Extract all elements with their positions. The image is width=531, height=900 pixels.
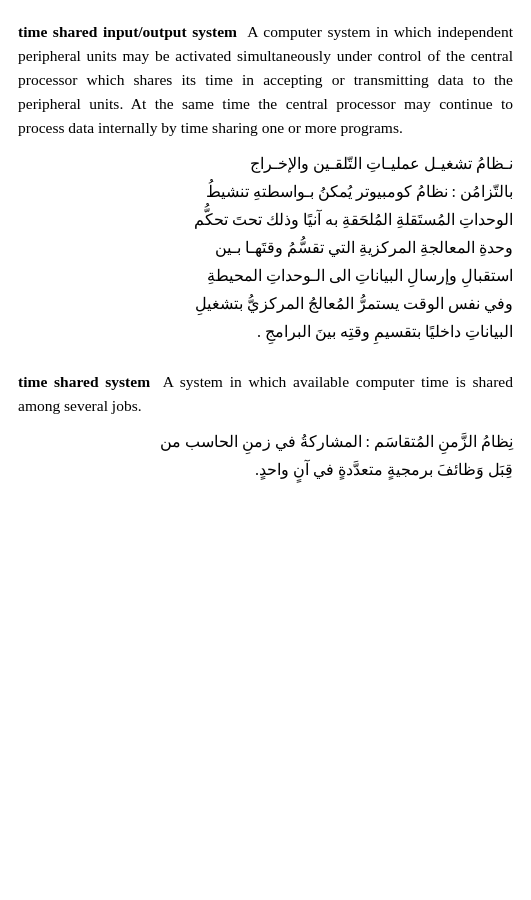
arabic-line-3: الوحداتِ المُستَقلةِ المُلحَقةِ به آنيًا… — [18, 206, 513, 234]
entry-term: time shared input/output system — [18, 23, 237, 40]
entry-english-text: time shared input/output system A comput… — [18, 20, 513, 140]
arabic-line-1: نـظامُ تشغيـل عمليـاتِ التّلقـين والإخـر… — [18, 150, 513, 178]
page-content: time shared input/output system A comput… — [18, 20, 513, 484]
arabic-line-6: وفي نفس الوقت يستمرُّ المُعالجُ المركزيُ… — [18, 290, 513, 318]
arabic-line-2-2: قِبَل وَظائفَ برمجيةٍ متعدَّدةٍ في آنٍ و… — [18, 456, 513, 484]
arabic-line-5: استقبالِ وإرسالِ البياناتِ الى الـوحداتِ… — [18, 262, 513, 290]
entry-english-text-2: time shared system A system in which ava… — [18, 370, 513, 418]
entry-arabic-text: نـظامُ تشغيـل عمليـاتِ التّلقـين والإخـر… — [18, 150, 513, 346]
entry-arabic-text-2: نِظامُ الزَّمنِ المُتقاسَم : المشاركةُ ف… — [18, 428, 513, 484]
arabic-line-7: البياناتِ داخليًا بتقسيمِ وقتِه بينَ الب… — [18, 318, 513, 346]
arabic-line-2: بالتّزامُن : نظامُ كومبيوتر يُمكنُ بـواس… — [18, 178, 513, 206]
entry-time-shared-io: time shared input/output system A comput… — [18, 20, 513, 346]
entry-term-2: time shared system — [18, 373, 150, 390]
entry-time-shared-system: time shared system A system in which ava… — [18, 370, 513, 484]
arabic-line-2-1: نِظامُ الزَّمنِ المُتقاسَم : المشاركةُ ف… — [18, 428, 513, 456]
arabic-line-4: وحدةِ المعالجةِ المركزيةِ التي تقسُّمُ و… — [18, 234, 513, 262]
